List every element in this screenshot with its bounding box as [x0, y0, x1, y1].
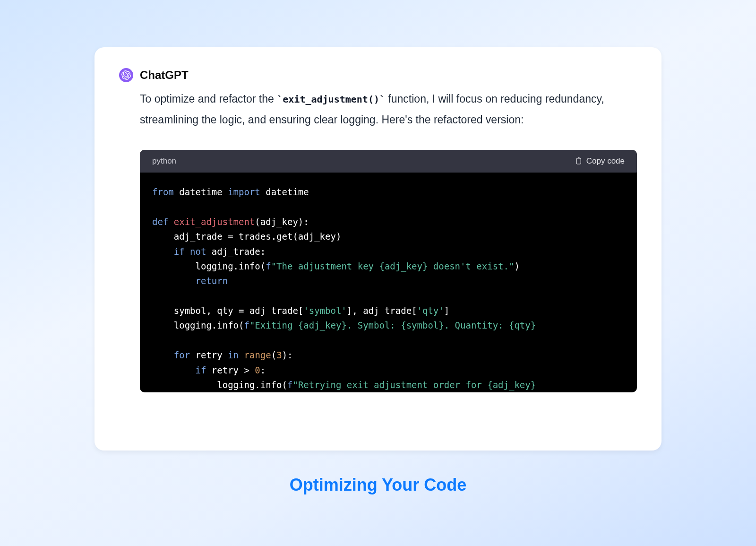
- bot-name: ChatGPT: [140, 69, 189, 82]
- chat-card: ChatGPT To optimize and refactor the `ex…: [94, 47, 662, 451]
- clipboard-icon: [574, 157, 583, 165]
- message-content: To optimize and refactor the `exit_adjus…: [140, 89, 637, 392]
- openai-logo-icon: [121, 70, 131, 80]
- svg-rect-0: [576, 158, 581, 164]
- language-label: python: [152, 156, 176, 166]
- copy-code-label: Copy code: [586, 156, 625, 166]
- code-body[interactable]: from datetime import datetime def exit_a…: [140, 173, 637, 392]
- code-header: python Copy code: [140, 150, 637, 173]
- message-text: To optimize and refactor the `exit_adjus…: [140, 89, 637, 130]
- inline-code: `exit_adjustment()`: [277, 94, 385, 105]
- copy-code-button[interactable]: Copy code: [574, 156, 625, 166]
- msg-pre: To optimize and refactor the: [140, 93, 277, 105]
- page-caption: Optimizing Your Code: [0, 475, 756, 495]
- message-header: ChatGPT: [119, 68, 637, 82]
- chatgpt-avatar: [119, 68, 133, 82]
- code-block: python Copy code from datetime import da…: [140, 150, 637, 392]
